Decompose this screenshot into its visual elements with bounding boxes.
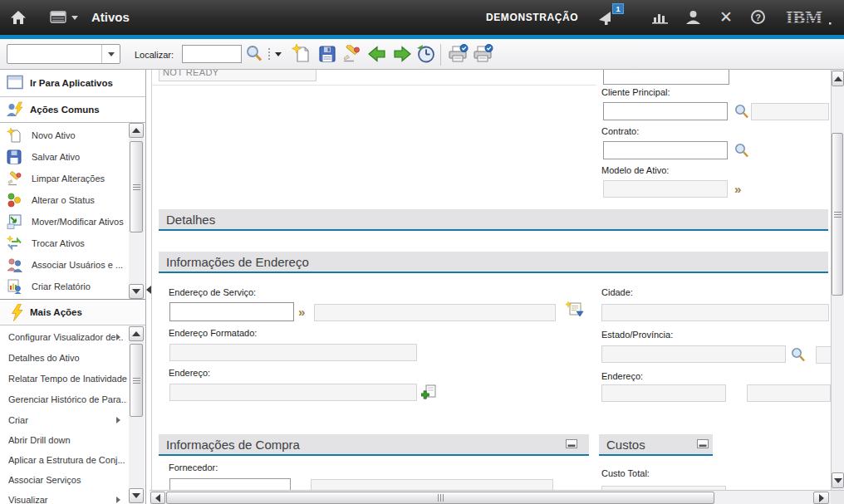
action-limpar-alteracoes[interactable]: Limpar Alterações: [0, 168, 125, 189]
create-report-icon: [7, 279, 22, 297]
section-purchase: Informações de Compra: [159, 434, 589, 456]
sidebar: Ir Para Aplicativos Ações Comuns Novo At…: [0, 70, 146, 504]
scroll-thumb[interactable]: [130, 344, 143, 417]
client-input[interactable]: [603, 102, 728, 120]
query-select-caret-icon[interactable]: [108, 52, 115, 56]
app-switcher-caret-icon[interactable]: [71, 16, 78, 20]
action-trocar-ativos[interactable]: Trocar Ativos: [0, 232, 125, 254]
submenu-arrow-icon: [116, 417, 120, 423]
client-label: Cliente Principal:: [601, 87, 670, 97]
associate-users-icon: [7, 257, 23, 276]
more-actions-scrollbar: [129, 325, 145, 504]
common-actions-scrollbar: [129, 123, 145, 299]
minimize-costs-icon[interactable]: [697, 439, 709, 451]
minimize-purchase-icon[interactable]: [566, 439, 578, 451]
previous-icon[interactable]: [368, 46, 386, 64]
service-address-input[interactable]: [169, 302, 294, 321]
action-criar[interactable]: Criar: [8, 410, 127, 431]
scroll-down-button[interactable]: [129, 284, 144, 299]
application-window: Ativos DEMONSTRAÇÃO 1 ✕ ?: [0, 0, 844, 504]
scroll-right-button[interactable]: [813, 492, 829, 504]
action-visualizar[interactable]: Visualizar: [8, 490, 127, 504]
window-icon: [7, 75, 24, 92]
search-options-caret-icon[interactable]: [275, 52, 282, 56]
print-with-attachments-icon[interactable]: [473, 44, 494, 66]
section-address: Informações de Endereço: [159, 252, 828, 273]
clear-changes-item-icon: [7, 171, 22, 189]
toolbar-dotted-separator: [268, 48, 270, 60]
scroll-up-button[interactable]: [832, 71, 844, 86]
action-associar-usuarios[interactable]: Associar Usuários e ...: [0, 254, 125, 276]
scroll-down-button[interactable]: [832, 472, 844, 488]
find-label: Localizar:: [135, 50, 174, 60]
action-salvar-ativo[interactable]: Salvar Ativo: [0, 146, 125, 168]
scrollbar-corner: [831, 490, 844, 504]
save-icon[interactable]: [318, 45, 336, 65]
street-address-label: Endereço:: [169, 368, 210, 378]
state-lookup-icon[interactable]: [790, 346, 807, 365]
app-title: Ativos: [91, 0, 130, 35]
parent-field-partial[interactable]: [603, 70, 729, 85]
action-alterar-status[interactable]: Alterar o Status: [0, 189, 125, 211]
action-novo-ativo[interactable]: Novo Ativo: [0, 125, 125, 146]
scroll-thumb[interactable]: [832, 133, 843, 296]
close-session-icon[interactable]: ✕: [719, 0, 733, 35]
action-abrir-drilldown[interactable]: Abrir Drill down: [8, 430, 127, 451]
asset-template-field: [603, 180, 728, 198]
sidebar-item-go-to-apps[interactable]: Ir Para Aplicativos: [0, 70, 145, 97]
search-icon[interactable]: [245, 44, 263, 65]
clear-changes-icon[interactable]: [342, 45, 361, 65]
query-select[interactable]: [7, 44, 120, 64]
reports-chart-icon[interactable]: [651, 11, 669, 26]
find-input[interactable]: [182, 45, 242, 63]
submenu-arrow-icon: [116, 334, 120, 340]
service-address-goto-chevron[interactable]: »: [298, 306, 305, 318]
app-switcher-icon[interactable]: [50, 11, 68, 26]
scroll-left-button[interactable]: [150, 492, 165, 504]
action-configurar-visualizador[interactable]: Configurar Visualizador de ..: [8, 327, 127, 348]
action-criar-relatorio[interactable]: Criar Relatório: [0, 276, 125, 297]
ibm-logo-text: IBM: [786, 8, 822, 27]
action-detalhes-do-ativo[interactable]: Detalhes do Ativo: [8, 348, 127, 369]
action-associar-servicos[interactable]: Associar Serviços: [8, 470, 127, 491]
scroll-up-button[interactable]: [129, 123, 144, 138]
print-icon[interactable]: [448, 44, 469, 66]
next-icon[interactable]: [393, 46, 411, 64]
save-asset-icon: [7, 149, 22, 168]
go-to-apps-label: Ir Para Aplicativos: [30, 78, 113, 88]
main-horizontal-scrollbar: [150, 490, 831, 504]
toolbar-separator: [440, 44, 441, 66]
environment-label: DEMONSTRAÇÃO: [486, 0, 578, 35]
client-description-field: [751, 103, 829, 120]
client-lookup-icon[interactable]: [734, 103, 750, 121]
scroll-up-button[interactable]: [129, 326, 144, 341]
scroll-down-button[interactable]: [129, 488, 144, 503]
service-address-label: Endereço de Serviço:: [169, 287, 256, 297]
vendor-input[interactable]: [169, 478, 291, 490]
row-divider: [152, 85, 596, 86]
contract-lookup-icon[interactable]: [734, 142, 750, 160]
action-gerenciar-historico[interactable]: Gerenciar Histórico de Para...: [8, 389, 127, 410]
add-address-icon[interactable]: [421, 384, 436, 401]
home-icon[interactable]: [10, 9, 27, 27]
vendor-label: Fornecedor:: [169, 462, 218, 472]
history-icon[interactable]: [416, 44, 436, 66]
action-mover-modificar[interactable]: Mover/Modificar Ativos: [0, 211, 125, 232]
action-aplicar-estrutura[interactable]: Aplicar a Estrutura de Conj...: [8, 450, 127, 471]
help-icon[interactable]: ?: [751, 10, 765, 24]
app-toolbar: Localizar:: [0, 39, 844, 70]
asset-template-goto-chevron[interactable]: »: [734, 183, 741, 195]
action-relatar-tempo[interactable]: Relatar Tempo de Inatividade: [8, 369, 127, 389]
scroll-thumb[interactable]: [130, 141, 143, 232]
more-actions-title: Mais Ações: [30, 307, 82, 317]
ibm-logo: IBM: [786, 8, 834, 28]
street-address-field: [169, 384, 417, 401]
section-details: Detalhes: [159, 209, 828, 231]
new-record-icon[interactable]: [292, 44, 311, 66]
contract-input[interactable]: [603, 141, 728, 159]
scroll-thumb[interactable]: [166, 492, 714, 504]
profile-icon[interactable]: [685, 10, 701, 27]
common-actions-icon: [5, 101, 24, 120]
street2-label: Endereço:: [601, 371, 643, 381]
long-description-icon[interactable]: [566, 301, 584, 320]
